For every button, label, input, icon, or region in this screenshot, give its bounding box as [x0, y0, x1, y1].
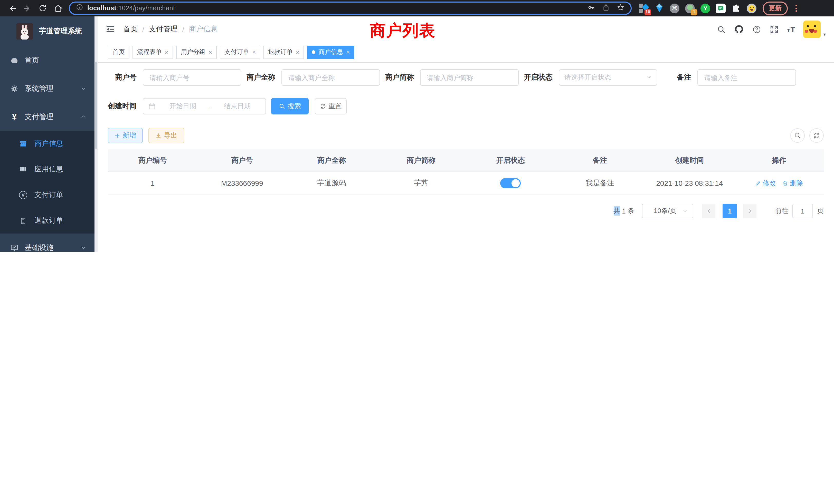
browser-forward-icon[interactable]: [21, 2, 34, 15]
ext-chat-icon[interactable]: [716, 3, 726, 13]
bookmark-star-icon[interactable]: [617, 3, 624, 13]
ext-emoji-icon[interactable]: [747, 3, 756, 13]
status-label: 开启状态: [524, 73, 559, 82]
app-logo[interactable]: 芋道管理系统: [0, 17, 94, 46]
pagination-total: 共 1 条: [613, 206, 634, 215]
sidebar-item-label: 应用信息: [35, 165, 63, 174]
short-name-input[interactable]: [420, 69, 519, 86]
fullscreen-icon[interactable]: [770, 25, 778, 33]
tab-refund-order[interactable]: 退款订单 ×: [263, 45, 304, 59]
ext-command-icon[interactable]: ⌘: [670, 3, 679, 13]
ext-tiles-icon[interactable]: 10: [639, 3, 649, 13]
breadcrumb-current: 商户信息: [189, 25, 218, 34]
font-size-icon[interactable]: TT: [787, 25, 795, 33]
sidebar-item-refund-order[interactable]: 退款订单: [0, 208, 94, 233]
browser-home-icon[interactable]: [51, 2, 65, 15]
sidebar-item-label: 支付管理: [25, 112, 81, 121]
screen: localhost:1024/pay/merchant 10 ⌘: [0, 0, 834, 252]
status-select[interactable]: 请选择开启状态: [559, 69, 657, 86]
sidebar-item-merchant-info[interactable]: 商户信息: [0, 131, 94, 157]
close-icon[interactable]: ×: [165, 49, 169, 55]
close-icon[interactable]: ×: [208, 49, 212, 55]
search-icon[interactable]: [717, 25, 726, 33]
next-page-button[interactable]: [743, 204, 756, 218]
close-icon[interactable]: ×: [346, 49, 350, 55]
user-avatar[interactable]: ▾: [804, 21, 826, 38]
sidebar-item-label: 退款订单: [35, 216, 63, 225]
prev-page-button[interactable]: [702, 204, 716, 218]
col-short-name: 商户简称: [376, 156, 466, 165]
status-toggle[interactable]: [500, 178, 521, 188]
cell-merchant-no: M233666999: [197, 179, 287, 187]
ext-tray-badge: 1: [691, 9, 697, 15]
ext-tiles-badge: 10: [644, 9, 651, 15]
tab-user-group[interactable]: 用户分组 ×: [176, 45, 217, 59]
ext-puzzle-icon[interactable]: [731, 3, 741, 13]
chevron-down-icon: [682, 207, 688, 215]
col-full-name: 商户全称: [287, 156, 376, 165]
merchant-no-input[interactable]: [143, 69, 241, 86]
tab-process-form[interactable]: 流程表单 ×: [132, 45, 173, 59]
col-create-time: 创建时间: [645, 156, 734, 165]
sidebar-item-home[interactable]: 首页: [0, 46, 94, 74]
caret-down-icon: ▾: [824, 32, 826, 37]
dashboard-icon: [10, 56, 19, 64]
edit-link[interactable]: 修改: [755, 179, 776, 188]
col-remark: 备注: [555, 156, 645, 165]
browser-update-button[interactable]: 更新: [763, 1, 788, 15]
breadcrumb-pay[interactable]: 支付管理: [149, 25, 178, 34]
delete-link[interactable]: 删除: [782, 179, 803, 188]
sidebar-item-pay[interactable]: ¥ 支付管理: [0, 102, 94, 131]
document-icon: [19, 216, 27, 225]
password-key-icon[interactable]: [588, 3, 595, 13]
browser-back-icon[interactable]: [5, 2, 19, 15]
page-1-button[interactable]: 1: [723, 204, 737, 218]
goto-page-input[interactable]: [792, 204, 813, 218]
monitor-icon: [10, 244, 19, 252]
create-time-range-picker[interactable]: 开始日期 - 结束日期: [143, 98, 266, 114]
toggle-search-button[interactable]: [790, 128, 805, 143]
tab-pay-order[interactable]: 支付订单 ×: [220, 45, 260, 59]
full-name-input[interactable]: [281, 69, 380, 86]
ext-tray-icon[interactable]: 1: [685, 3, 695, 13]
grid-icon: [19, 165, 27, 174]
tab-merchant-info[interactable]: 商户信息 ×: [307, 45, 354, 59]
logo-rabbit-image: [17, 23, 33, 40]
filter-form-row-1: 商户号 商户全称 商户简称 开启状态 请选择开启状态: [108, 69, 824, 86]
breadcrumb-home[interactable]: 首页: [123, 25, 138, 34]
ext-gem-icon[interactable]: [654, 3, 664, 13]
github-icon[interactable]: [734, 25, 744, 34]
export-button[interactable]: 导出: [148, 128, 184, 143]
sidebar-item-pay-order[interactable]: ¥ 支付订单: [0, 182, 94, 208]
add-button[interactable]: 新增: [108, 128, 143, 143]
tab-home[interactable]: 首页: [108, 45, 129, 59]
close-icon[interactable]: ×: [252, 49, 256, 55]
browser-reload-icon[interactable]: [36, 2, 49, 15]
browser-menu-icon[interactable]: [793, 5, 799, 12]
sidebar-item-system[interactable]: 系统管理: [0, 74, 94, 102]
share-icon[interactable]: [602, 3, 610, 13]
annotation-title: 商户列表: [370, 20, 436, 42]
reset-button[interactable]: 重置: [315, 98, 347, 114]
sidebar-scrollbar[interactable]: [94, 17, 97, 252]
sidebar-item-label: 系统管理: [25, 84, 81, 93]
ext-y-icon[interactable]: Y: [701, 3, 710, 13]
page-size-select[interactable]: 10条/页: [642, 204, 693, 218]
sidebar-item-infra[interactable]: 基础设施: [0, 233, 94, 252]
search-button[interactable]: 搜索: [271, 98, 309, 114]
help-icon[interactable]: [752, 25, 761, 33]
col-status: 开启状态: [466, 156, 555, 165]
remark-input[interactable]: [697, 69, 796, 86]
pagination-goto: 前往 页: [775, 204, 824, 218]
address-bar[interactable]: localhost:1024/pay/merchant: [69, 2, 632, 15]
date-end-placeholder: 结束日期: [214, 101, 260, 111]
refresh-button[interactable]: [809, 128, 824, 143]
sidebar-item-app-info[interactable]: 应用信息: [0, 157, 94, 182]
close-icon[interactable]: ×: [296, 49, 300, 55]
sidebar-toggle-icon[interactable]: [106, 25, 115, 33]
sidebar-item-label: 商户信息: [35, 139, 63, 148]
cell-create-time: 2021-10-23 08:31:14: [645, 179, 734, 187]
page-info-icon[interactable]: [76, 4, 83, 13]
table-header: 商户编号 商户号 商户全称 商户简称 开启状态 备注 创建时间 操作: [108, 150, 824, 172]
yen-icon: ¥: [10, 113, 19, 121]
